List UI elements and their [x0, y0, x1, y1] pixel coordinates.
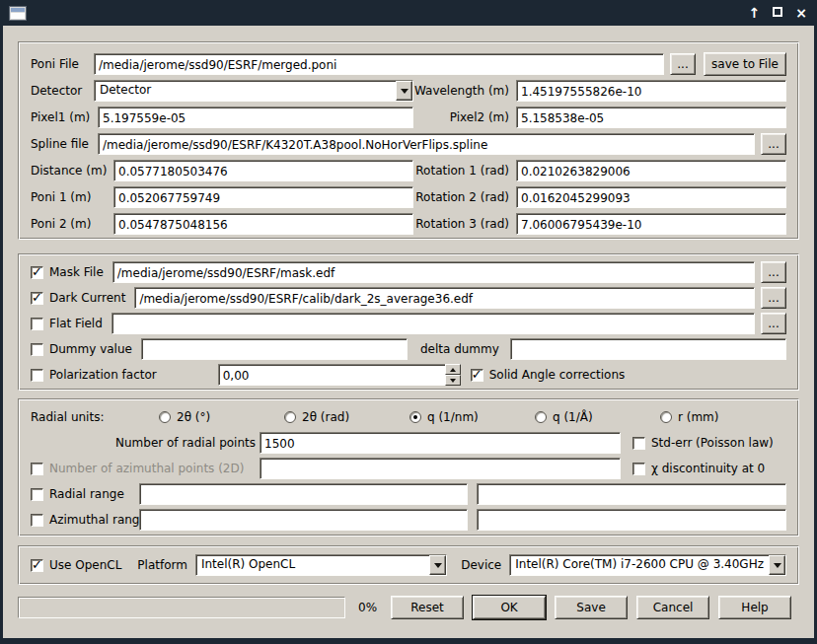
radio-icon[interactable]: [409, 411, 421, 423]
platform-combobox[interactable]: Intel(R) OpenCL: [195, 554, 447, 576]
radial-points-input[interactable]: [260, 432, 621, 454]
close-icon[interactable]: ×: [795, 5, 807, 21]
radio-icon[interactable]: [660, 411, 672, 423]
chevron-down-icon[interactable]: [396, 81, 412, 101]
radial-points-label: Number of radial points: [31, 436, 260, 450]
cancel-button[interactable]: Cancel: [636, 596, 709, 619]
spline-file-input[interactable]: [98, 133, 755, 155]
radio-q-angstrom[interactable]: q (1/Å): [535, 410, 660, 424]
radio-2theta-deg[interactable]: 2θ (°): [159, 410, 284, 424]
opencl-row: Use OpenCL Platform Intel(R) OpenCL Devi…: [31, 554, 786, 576]
radial-range-min-input[interactable]: [139, 483, 468, 505]
solid-angle-checkbox[interactable]: [471, 369, 483, 382]
ok-button[interactable]: OK: [473, 596, 546, 619]
poni1-input[interactable]: [113, 186, 413, 208]
rotation3-input[interactable]: [516, 213, 786, 235]
footer-bar: 0% Reset OK Save Cancel Help: [18, 595, 799, 620]
wavelength-label: Wavelength (m): [413, 84, 516, 98]
detector-label: Detector: [31, 84, 94, 98]
help-button[interactable]: Help: [718, 596, 791, 619]
mask-file-checkbox[interactable]: [31, 266, 43, 279]
rotation2-input[interactable]: [516, 186, 786, 208]
poni1-label: Poni 1 (m): [31, 190, 113, 204]
flat-field-input[interactable]: [111, 313, 755, 334]
reset-button[interactable]: Reset: [391, 596, 464, 619]
pixel2-label: Pixel2 (m): [413, 110, 516, 124]
spin-down-icon[interactable]: [445, 375, 461, 386]
azimuthal-range-max-input[interactable]: [477, 509, 786, 531]
progress-bar: [18, 597, 345, 618]
poni-file-input[interactable]: [94, 53, 664, 75]
radio-label: r (mm): [678, 410, 719, 424]
spline-file-label: Spline file: [31, 137, 98, 151]
radial-range-max-input[interactable]: [477, 483, 786, 505]
azimuthal-range-checkbox[interactable]: [31, 514, 43, 527]
chi-discontinuity-checkbox[interactable]: [632, 463, 645, 475]
radio-2theta-rad[interactable]: 2θ (rad): [284, 410, 409, 424]
radio-label: q (1/Å): [553, 410, 593, 424]
device-combobox-value: Intel(R) Core(TM) i7-2600 CPU @ 3.40GHz: [510, 555, 769, 575]
dialog-window: ↑ × Poni File ... save to File Detector …: [0, 0, 817, 644]
spline-file-browse-button[interactable]: ...: [761, 133, 786, 155]
dark-current-label: Dark Current: [49, 291, 125, 305]
pixel2-input[interactable]: [516, 107, 786, 128]
distance-input[interactable]: [113, 160, 413, 181]
solid-angle-label: Solid Angle corrections: [489, 368, 626, 382]
mask-file-input[interactable]: [112, 261, 755, 283]
use-opencl-checkbox[interactable]: [31, 559, 43, 572]
radio-r-mm[interactable]: r (mm): [660, 410, 785, 424]
radial-range-checkbox[interactable]: [31, 488, 43, 501]
azimuthal-points-checkbox[interactable]: [31, 463, 43, 475]
radial-units-label: Radial units:: [31, 410, 159, 424]
dummy-value-input[interactable]: [141, 338, 408, 360]
pixel1-input[interactable]: [98, 107, 413, 128]
rotation1-input[interactable]: [516, 160, 786, 181]
dark-current-input[interactable]: [134, 287, 755, 309]
azimuthal-range-min-input[interactable]: [139, 509, 468, 531]
radio-icon[interactable]: [535, 411, 547, 423]
radial-points-row: Number of radial points Std-err (Poisson…: [31, 432, 786, 454]
radio-label: 2θ (rad): [302, 410, 349, 424]
flat-field-browse-button[interactable]: ...: [761, 313, 786, 334]
std-err-checkbox[interactable]: [632, 437, 645, 450]
dummy-value-checkbox[interactable]: [31, 343, 43, 356]
poni-file-label: Poni File: [31, 57, 94, 71]
poni-file-row: Poni File ... save to File: [31, 53, 786, 75]
radial-units-row: Radial units: 2θ (°) 2θ (rad) q (1/nm) q…: [31, 406, 786, 428]
chevron-down-icon[interactable]: [429, 555, 446, 575]
wavelength-input[interactable]: [516, 80, 786, 102]
flat-field-row: Flat Field ...: [31, 313, 786, 334]
chevron-down-icon[interactable]: [769, 555, 785, 575]
azimuthal-points-input[interactable]: [260, 458, 621, 479]
dark-current-row: Dark Current ...: [31, 287, 786, 309]
poni2-input[interactable]: [113, 213, 413, 235]
chi-discontinuity-label: χ discontinuity at 0: [651, 462, 765, 475]
detector-combobox[interactable]: Detector: [94, 80, 413, 102]
radio-q-nm[interactable]: q (1/nm): [409, 410, 535, 424]
radio-icon[interactable]: [284, 411, 296, 423]
radio-icon[interactable]: [159, 411, 171, 423]
maximize-icon[interactable]: [773, 7, 782, 17]
flat-field-checkbox[interactable]: [31, 318, 43, 330]
polarization-spinbox[interactable]: [218, 364, 461, 386]
spin-up-icon[interactable]: [445, 364, 461, 375]
save-button[interactable]: Save: [555, 596, 628, 619]
dark-current-browse-button[interactable]: ...: [761, 287, 786, 309]
azimuthal-range-row: Azimuthal range: [31, 509, 786, 531]
shade-window-icon[interactable]: ↑: [749, 5, 761, 21]
device-combobox[interactable]: Intel(R) Core(TM) i7-2600 CPU @ 3.40GHz: [509, 554, 786, 576]
titlebar[interactable]: ↑ ×: [0, 0, 817, 26]
polarization-spinbox-input[interactable]: [218, 364, 445, 386]
rotation3-label: Rotation 3 (rad): [413, 217, 516, 231]
dialog-content: Poni File ... save to File Detector Dete…: [3, 26, 814, 638]
delta-dummy-input[interactable]: [510, 338, 786, 360]
save-to-file-button[interactable]: save to File: [704, 52, 786, 76]
distance-row: Distance (m) Rotation 1 (rad): [31, 160, 786, 181]
polarization-checkbox[interactable]: [31, 369, 43, 382]
platform-combobox-value: Intel(R) OpenCL: [196, 555, 429, 575]
poni-file-browse-button[interactable]: ...: [670, 53, 696, 75]
use-opencl-label: Use OpenCL: [49, 558, 121, 572]
mask-file-browse-button[interactable]: ...: [761, 261, 786, 283]
poni2-row: Poni 2 (m) Rotation 3 (rad): [31, 213, 786, 235]
dark-current-checkbox[interactable]: [31, 292, 43, 305]
